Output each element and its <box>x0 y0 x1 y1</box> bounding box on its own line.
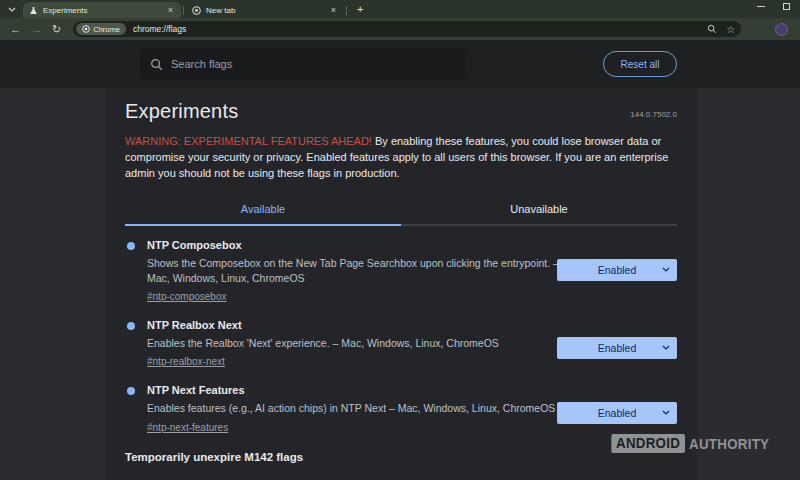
reload-icon[interactable]: ↻ <box>52 24 61 35</box>
flag-dropdown-value: Enabled <box>598 264 637 276</box>
site-chip[interactable]: Chrome <box>76 23 126 35</box>
tab-title: New tab <box>206 6 329 15</box>
tab-available[interactable]: Available <box>125 203 401 226</box>
search-input[interactable]: Search flags <box>140 49 465 79</box>
back-icon[interactable]: ← <box>10 24 21 35</box>
watermark-authority: AUTHORITY <box>689 436 769 452</box>
close-icon[interactable]: × <box>166 5 175 15</box>
chevron-down-icon <box>662 345 670 350</box>
page-title: Experiments <box>125 100 238 123</box>
flag-row-ntp-next-features: NTP Next Features Enables features (e.g.… <box>125 384 677 434</box>
flags-page-header: Search flags Reset all <box>0 40 800 88</box>
chevron-down-icon <box>8 7 16 12</box>
browser-tab-new-tab[interactable]: New tab × <box>186 2 344 18</box>
flag-dropdown[interactable]: Enabled <box>557 259 677 281</box>
flag-name: NTP Realbox Next <box>147 319 677 331</box>
url-text: chrome://flags <box>133 24 186 34</box>
android-authority-watermark: ANDROID AUTHORITY <box>605 434 776 453</box>
reset-all-button[interactable]: Reset all <box>603 51 677 77</box>
flags-content: Experiments 144.0.7502.0 WARNING: EXPERI… <box>105 88 697 480</box>
flag-permalink[interactable]: #ntp-realbox-next <box>147 356 225 367</box>
tab-unavailable[interactable]: Unavailable <box>401 203 677 226</box>
tab-search-button[interactable] <box>4 1 20 17</box>
close-icon[interactable]: × <box>329 5 338 15</box>
tab-divider <box>346 6 347 15</box>
flag-description: Shows the Composebox on the New Tab Page… <box>147 256 565 286</box>
warning-emphasis: WARNING: EXPERIMENTAL FEATURES AHEAD! <box>125 135 372 147</box>
flag-name: NTP Composebox <box>147 239 677 251</box>
flag-permalink[interactable]: #ntp-composebox <box>147 291 227 302</box>
flag-dropdown-value: Enabled <box>598 407 637 419</box>
flag-list: NTP Composebox Shows the Composebox on t… <box>125 226 677 463</box>
new-tab-button[interactable]: + <box>357 4 363 15</box>
flag-dropdown[interactable]: Enabled <box>557 337 677 359</box>
flag-row-ntp-realbox-next: NTP Realbox Next Enables the Realbox 'Ne… <box>125 319 677 369</box>
forward-icon[interactable]: → <box>31 24 42 35</box>
flag-dot-icon <box>127 322 135 330</box>
flag-row-ntp-composebox: NTP Composebox Shows the Composebox on t… <box>125 239 677 304</box>
profile-avatar[interactable] <box>775 23 788 36</box>
browser-tab-experiments[interactable]: Experiments × <box>23 2 181 18</box>
content-header: Experiments 144.0.7502.0 <box>125 100 677 123</box>
flag-permalink[interactable]: #ntp-next-features <box>147 422 228 433</box>
flag-name: NTP Next Features <box>147 384 677 396</box>
version-label: 144.0.7502.0 <box>630 110 677 119</box>
omnibox-icons: ☆ <box>707 21 735 37</box>
tab-title: Experiments <box>43 6 166 15</box>
minimize-button[interactable] <box>757 6 765 7</box>
flag-description: Enables features (e.g., AI action chips)… <box>147 401 565 416</box>
search-placeholder: Search flags <box>171 58 232 70</box>
flask-icon <box>29 6 38 15</box>
flag-dot-icon <box>127 387 135 395</box>
omnibox[interactable]: Chrome chrome://flags ☆ <box>73 21 741 37</box>
experimental-warning: WARNING: EXPERIMENTAL FEATURES AHEAD! By… <box>125 134 677 182</box>
availability-tabs: Available Unavailable <box>125 203 677 226</box>
flag-dot-icon <box>127 242 135 250</box>
tab-divider <box>183 6 184 15</box>
window-controls <box>757 3 790 10</box>
watermark-android: ANDROID <box>611 434 684 453</box>
tab-strip: Experiments × New tab × + <box>0 0 800 18</box>
browser-window: Experiments × New tab × + ← → ↻ <box>0 0 800 480</box>
site-chip-label: Chrome <box>93 25 120 34</box>
chrome-icon <box>192 6 201 15</box>
search-icon <box>150 58 163 71</box>
chevron-down-icon <box>662 267 670 272</box>
flag-dropdown[interactable]: Enabled <box>557 402 677 424</box>
maximize-button[interactable] <box>783 3 790 10</box>
bookmark-star-icon[interactable]: ☆ <box>726 24 735 35</box>
flag-dropdown-value: Enabled <box>598 342 637 354</box>
zoom-icon[interactable] <box>707 24 717 34</box>
chrome-icon <box>82 25 90 33</box>
page-background: Experiments 144.0.7502.0 WARNING: EXPERI… <box>0 88 800 480</box>
chevron-down-icon <box>662 410 670 415</box>
flag-description: Enables the Realbox 'Next' experience. –… <box>147 336 565 351</box>
browser-toolbar: ← → ↻ Chrome chrome://flags ☆ <box>0 18 800 40</box>
unexpire-section-heading: Temporarily unexpire M142 flags <box>125 451 677 463</box>
